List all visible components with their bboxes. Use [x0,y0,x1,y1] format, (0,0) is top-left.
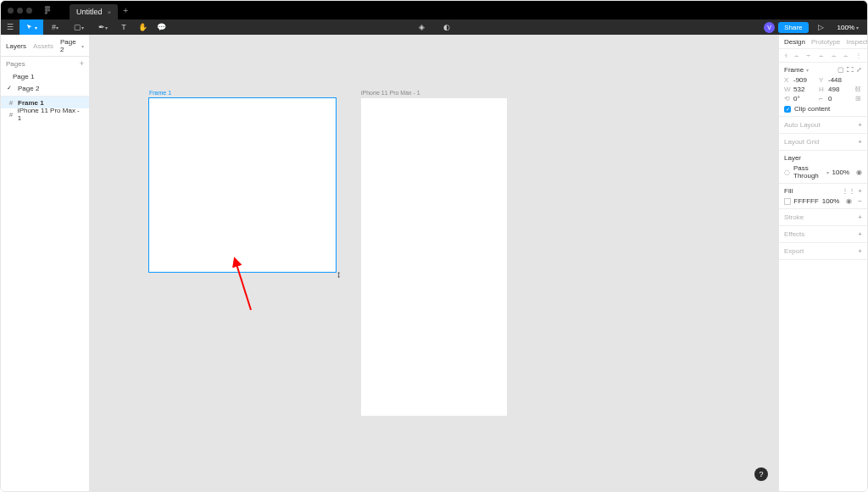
independent-corners-icon[interactable]: ⊞ [854,95,862,102]
present-icon[interactable]: ▷ [812,19,831,35]
plus-icon[interactable]: + [858,138,862,146]
canvas[interactable]: Frame 1 ⤡ iPhone 11 Pro Max - 1 ? [90,35,778,491]
style-icon[interactable]: ⋮⋮ [842,187,855,195]
minimize-window-icon[interactable] [17,8,23,14]
titlebar: Untitled × + [1,1,867,19]
canvas-frame[interactable]: iPhone 11 Pro Max - 1 [361,98,507,416]
align-top-icon[interactable]: ⫠ [818,52,825,59]
new-tab-button[interactable]: + [118,6,133,15]
layer-section: Layer ◌ Pass Through ▾ 100% ◉ [779,151,867,184]
figma-logo-icon[interactable] [42,5,53,15]
frame-tool[interactable]: # ▾ [43,19,67,35]
canvas-frame[interactable]: Frame 1 [149,98,336,272]
corner-input[interactable] [828,95,851,102]
left-panel: Layers Assets Page 2 ▾ Pages + Page 1 Pa… [1,35,90,491]
toolbar: ☰ ▾ # ▾ ▢ ▾ ✒ ▾ T ✋ 💬 ◈ ◐ V Share ▷ 100%… [1,19,867,35]
layers-tab[interactable]: Layers [6,42,26,50]
layout-grid-section[interactable]: Layout Grid + [779,134,867,151]
chevron-down-icon[interactable]: ▾ [826,169,829,175]
effects-section[interactable]: Effects + [779,226,867,243]
user-avatar[interactable]: V [764,22,775,33]
maximize-window-icon[interactable] [26,8,32,14]
plus-icon[interactable]: + [858,247,862,255]
design-tab[interactable]: Design [784,38,805,46]
zoom-value: 100% [837,24,854,31]
export-section[interactable]: Export + [779,243,867,260]
plus-icon[interactable]: + [858,187,862,195]
align-bottom-icon[interactable]: ⫠ [843,52,849,59]
prototype-tab[interactable]: Prototype [811,38,840,46]
constrain-icon[interactable]: ⛓ [854,86,862,93]
close-tab-icon[interactable]: × [108,8,112,16]
frame-section: Frame ▾ ▢ ⛶ ⤢ X Y W H ⛓ ⟲ [779,63,867,117]
shape-tool[interactable]: ▢ ▾ [67,19,91,35]
plus-icon[interactable]: + [858,213,862,221]
stroke-section[interactable]: Stroke + [779,209,867,226]
minus-icon[interactable]: − [858,197,862,205]
plus-icon[interactable]: + [858,121,862,129]
right-panel: Design Prototype Inspect ⫞ ⫠ ⫟ ⫠ ⫠ ⫠ ⋮ F… [778,35,867,491]
clip-checkbox[interactable]: ✓ [784,106,791,113]
frame-label[interactable]: Frame 1 [149,90,171,96]
resize-fill-icon[interactable]: ⤢ [856,66,862,74]
rotation-icon: ⟲ [784,95,791,102]
assets-tab[interactable]: Assets [33,42,53,50]
fill-section: Fill ⋮⋮ + FFFFFF 100% ◉ − [779,184,867,209]
page-item[interactable]: Page 1 [1,70,89,82]
orientation-icon[interactable]: ⛶ [847,66,854,74]
width-input[interactable] [793,86,816,93]
menu-icon[interactable]: ☰ [1,19,19,35]
chevron-down-icon: ▾ [81,43,84,49]
page-selector[interactable]: Page 2 ▾ [60,38,84,53]
move-tool[interactable]: ▾ [19,19,43,35]
inspect-tab[interactable]: Inspect [846,38,868,46]
component-icon[interactable]: ◈ [412,19,431,35]
align-right-icon[interactable]: ⫟ [805,52,812,59]
eye-icon[interactable]: ◉ [846,197,852,205]
file-tab-title: Untitled [76,8,103,16]
mask-icon[interactable]: ◐ [437,19,456,35]
add-page-button[interactable]: + [80,59,84,68]
share-button[interactable]: Share [778,22,808,33]
text-tool[interactable]: T [114,19,133,35]
distribute-icon[interactable]: ⋮ [855,52,862,59]
y-input[interactable] [828,76,851,84]
blend-icon[interactable]: ◌ [784,169,790,176]
eye-icon[interactable]: ◉ [856,169,862,176]
opacity-value[interactable]: 100% [832,169,849,176]
align-hcenter-icon[interactable]: ⫠ [793,52,800,59]
resize-fit-icon[interactable]: ▢ [837,66,844,74]
help-button[interactable]: ? [754,467,768,481]
frame-icon: # [8,99,14,106]
align-row: ⫞ ⫠ ⫟ ⫠ ⫠ ⫠ ⋮ [779,49,867,63]
file-tab[interactable]: Untitled × [70,4,118,19]
fill-swatch[interactable] [784,198,791,205]
close-window-icon[interactable] [8,8,14,14]
blend-mode[interactable]: Pass Through [793,164,823,180]
window-controls[interactable] [1,8,39,14]
pen-tool[interactable]: ✒ ▾ [91,19,114,35]
fill-hex[interactable]: FFFFFF [794,197,819,205]
layer-item-frame[interactable]: # iPhone 11 Pro Max - 1 [1,108,89,120]
chevron-down-icon[interactable]: ▾ [806,67,809,73]
pages-header: Pages + [1,57,89,70]
plus-icon[interactable]: + [858,230,862,238]
comment-tool[interactable]: 💬 [152,19,170,35]
frame-label[interactable]: iPhone 11 Pro Max - 1 [361,90,420,96]
align-left-icon[interactable]: ⫞ [784,52,787,59]
hand-tool[interactable]: ✋ [133,19,152,35]
auto-layout-section[interactable]: Auto Layout + [779,117,867,134]
page-item[interactable]: Page 2 [1,82,89,94]
zoom-control[interactable]: 100% ▾ [834,24,862,31]
frame-icon: # [8,111,14,118]
chevron-down-icon: ▾ [856,25,859,30]
corner-icon: ⌐ [819,95,826,102]
height-input[interactable] [828,86,851,93]
x-input[interactable] [793,76,816,84]
rotation-input[interactable] [793,95,816,102]
fill-opacity[interactable]: 100% [822,197,839,205]
align-vcenter-icon[interactable]: ⫠ [831,52,837,59]
clip-label: Clip content [794,105,830,113]
